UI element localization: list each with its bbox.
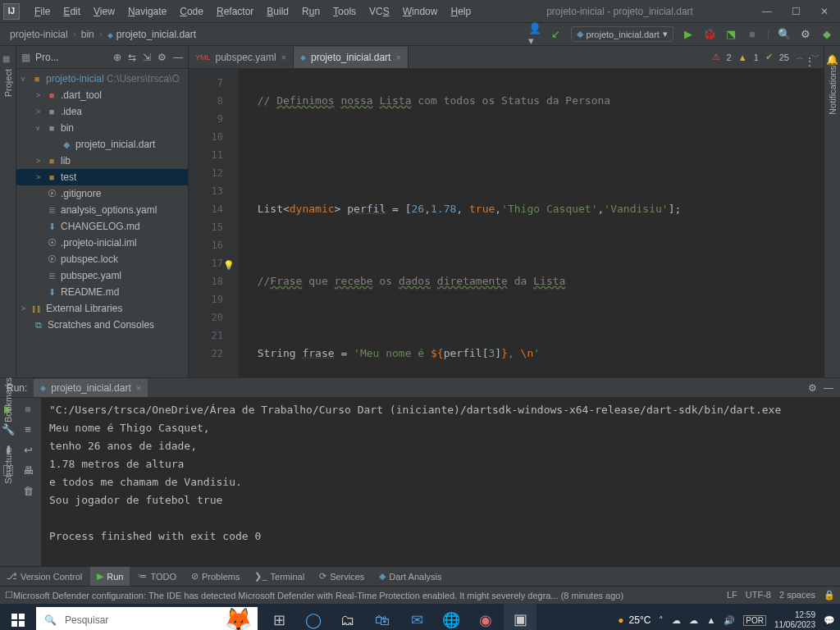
hide-icon[interactable]: —: [173, 52, 183, 63]
bookmarks-label[interactable]: Bookmarks: [3, 377, 13, 422]
wifi-icon[interactable]: ▲: [706, 615, 715, 625]
menu-refactor[interactable]: Refactor: [210, 2, 260, 21]
tab-todo[interactable]: ≔TODO: [131, 567, 183, 586]
project-tool-icon[interactable]: ▦: [2, 54, 14, 66]
close-tab-icon[interactable]: ×: [281, 52, 286, 62]
intention-bulb-icon[interactable]: 💡: [223, 257, 235, 275]
search-icon[interactable]: 🔍: [778, 28, 791, 41]
tray-chevron-icon[interactable]: ˄: [659, 615, 664, 626]
coverage-button[interactable]: ⬔: [724, 28, 737, 41]
crumb-project[interactable]: projeto-inicial: [7, 27, 71, 42]
trash-icon[interactable]: 🗑: [23, 485, 34, 497]
menu-run[interactable]: Run: [295, 2, 326, 21]
menu-window[interactable]: Window: [396, 2, 445, 21]
wrap-icon[interactable]: ↩: [24, 444, 33, 456]
run-settings-icon[interactable]: ⚙: [808, 382, 817, 394]
minimize-icon[interactable]: —: [762, 6, 772, 17]
tree-item[interactable]: >■lib: [16, 153, 188, 169]
user-icon[interactable]: 👤▾: [528, 28, 541, 41]
structure-label[interactable]: Structure: [3, 447, 13, 484]
taskbar-search[interactable]: 🔍 Pesquisar 🦊: [36, 607, 258, 630]
tab-vcs[interactable]: ⎇Version Control: [0, 567, 89, 586]
tree-item[interactable]: ⦿pubspec.lock: [16, 251, 188, 267]
collapse-icon[interactable]: ⇲: [143, 52, 151, 63]
menu-code[interactable]: Code: [173, 2, 210, 21]
scratches[interactable]: Scratches and Consoles: [48, 319, 154, 331]
ide-logo[interactable]: IJ: [3, 3, 20, 20]
tree-item[interactable]: >■.idea: [16, 103, 188, 120]
explorer-icon[interactable]: 🗂: [331, 604, 364, 630]
start-button[interactable]: [0, 604, 36, 630]
sidebar-settings-icon[interactable]: ⚙: [158, 52, 167, 63]
maximize-icon[interactable]: ☐: [792, 6, 801, 17]
menu-build[interactable]: Build: [260, 2, 295, 21]
status-icon[interactable]: ☐: [5, 590, 13, 600]
volume-icon[interactable]: 🔊: [724, 615, 735, 626]
run-config-dropdown[interactable]: ◆projeto_inicial.dart▾: [571, 26, 673, 42]
settings-icon[interactable]: ⚙: [799, 28, 812, 41]
lock-icon[interactable]: 🔒: [824, 590, 835, 600]
ide-taskbar-icon[interactable]: ▣: [504, 604, 536, 630]
close-icon[interactable]: ✕: [820, 6, 829, 17]
clock[interactable]: 12:5911/06/2023: [774, 610, 815, 630]
external-libs[interactable]: External Libraries: [46, 303, 122, 314]
app-badge-icon[interactable]: ◉: [469, 604, 502, 630]
tab-run[interactable]: ▶Run: [90, 567, 130, 586]
encoding[interactable]: UTF-8: [746, 590, 771, 600]
console-output[interactable]: "C:/Users/trsca/OneDrive/Área de Trabalh…: [41, 398, 840, 566]
tree-root[interactable]: projeto-inicial: [46, 73, 104, 84]
print-icon[interactable]: 🖶: [23, 464, 34, 477]
menu-help[interactable]: Help: [444, 2, 477, 21]
indent[interactable]: 2 spaces: [779, 590, 815, 600]
notifications-icon[interactable]: 🔔: [826, 54, 838, 66]
project-tree[interactable]: v■ projeto-inicial C:\Users\trsca\O >■.d…: [16, 69, 188, 377]
tree-item[interactable]: ◆projeto_inicial.dart: [16, 136, 188, 153]
action-center-icon[interactable]: 💬: [824, 615, 835, 626]
stop-icon[interactable]: ■: [25, 403, 31, 415]
tab-services[interactable]: ⟳Services: [313, 567, 371, 586]
language-icon[interactable]: POR: [743, 615, 766, 626]
chrome-icon[interactable]: 🌐: [435, 604, 468, 630]
store-icon[interactable]: 🛍: [366, 604, 399, 630]
tree-item[interactable]: ⬇README.md: [16, 284, 188, 300]
locate-icon[interactable]: ⊕: [113, 52, 121, 63]
close-tab-icon[interactable]: ×: [395, 52, 400, 62]
tree-item[interactable]: v■bin: [16, 120, 188, 136]
tab-dart-analysis[interactable]: ◆Dart Analysis: [372, 567, 448, 586]
code-body[interactable]: // Definimos nossa Lista com todos os St…: [238, 69, 824, 377]
tree-item[interactable]: ⦿.gitignore: [16, 185, 188, 202]
status-message[interactable]: Microsoft Defender configuration: The ID…: [13, 591, 727, 600]
expand-icon[interactable]: ⇆: [128, 52, 136, 63]
debug-button[interactable]: 🐞: [703, 28, 716, 41]
menu-view[interactable]: View: [87, 2, 121, 21]
onedrive-icon[interactable]: ☁: [672, 615, 681, 626]
tree-item[interactable]: ⬇CHANGELOG.md: [16, 218, 188, 235]
notifications-label[interactable]: Notifications: [828, 66, 838, 115]
menu-file[interactable]: File: [28, 2, 57, 21]
tab-terminal[interactable]: ❯_Terminal: [248, 567, 311, 586]
filter-icon[interactable]: ≡: [25, 423, 31, 436]
tab-pubspec[interactable]: YMLpubspec.yaml×: [189, 47, 294, 68]
menu-tools[interactable]: Tools: [326, 2, 363, 21]
tree-item[interactable]: ⦿.projeto-inicial.iml: [16, 235, 188, 251]
cloud-icon[interactable]: ☁: [689, 615, 698, 626]
menu-navigate[interactable]: Navigate: [121, 2, 173, 21]
tab-projeto-inicial[interactable]: ◆projeto_inicial.dart×: [294, 47, 409, 68]
line-sep[interactable]: LF: [727, 590, 737, 600]
crumb-folder[interactable]: bin: [78, 27, 98, 42]
tab-problems[interactable]: ⊘Problems: [185, 567, 246, 586]
line-gutter[interactable]: 78910 11121314 1516 17💡 1819202122: [189, 69, 238, 377]
task-view-icon[interactable]: ⊞: [262, 604, 295, 630]
edge-icon[interactable]: ◯: [297, 604, 330, 630]
menu-vcs[interactable]: VCS: [363, 2, 396, 21]
tree-item[interactable]: ≣pubspec.yaml: [16, 267, 188, 284]
run-tab[interactable]: ◆projeto_inicial.dart×: [34, 379, 148, 397]
tree-item[interactable]: >■test: [16, 169, 188, 185]
tree-item[interactable]: ≣analysis_options.yaml: [16, 202, 188, 218]
back-icon[interactable]: ↙: [550, 28, 563, 41]
weather-widget[interactable]: ●25°C: [618, 614, 651, 626]
crumb-file[interactable]: projeto_inicial.dart: [104, 27, 199, 42]
code-editor[interactable]: 78910 11121314 1516 17💡 1819202122 // De…: [189, 69, 824, 377]
project-tool-label[interactable]: Project: [3, 69, 13, 97]
plugins-icon[interactable]: ◆: [820, 28, 833, 41]
